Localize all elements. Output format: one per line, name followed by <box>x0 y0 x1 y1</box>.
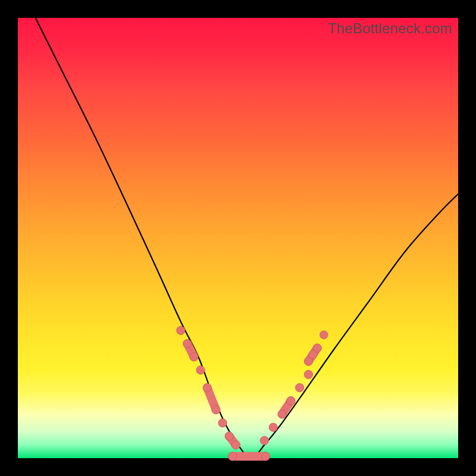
data-point-marker <box>183 339 192 347</box>
data-point-marker <box>212 405 220 414</box>
data-point-marker <box>269 423 277 431</box>
data-point-marker <box>320 331 328 339</box>
marker-group <box>177 326 328 461</box>
data-point-marker <box>260 436 268 444</box>
data-point-marker <box>304 370 312 378</box>
data-point-marker <box>225 432 233 440</box>
data-point-marker <box>177 326 185 334</box>
data-point-marker <box>196 366 205 374</box>
data-point-marker <box>190 353 198 361</box>
data-point-marker <box>218 419 227 427</box>
chart-plot-area: TheBottleneck.com <box>18 18 458 458</box>
data-point-marker <box>228 452 236 461</box>
bottleneck-curve-path <box>36 18 458 458</box>
data-point-marker <box>231 441 240 449</box>
data-point-marker <box>295 383 303 392</box>
data-point-marker <box>203 383 211 392</box>
bottleneck-curve-svg <box>18 18 458 458</box>
data-point-marker <box>287 397 295 405</box>
data-point-marker <box>309 350 317 359</box>
data-point-marker <box>278 410 286 418</box>
data-point-marker <box>261 452 270 461</box>
